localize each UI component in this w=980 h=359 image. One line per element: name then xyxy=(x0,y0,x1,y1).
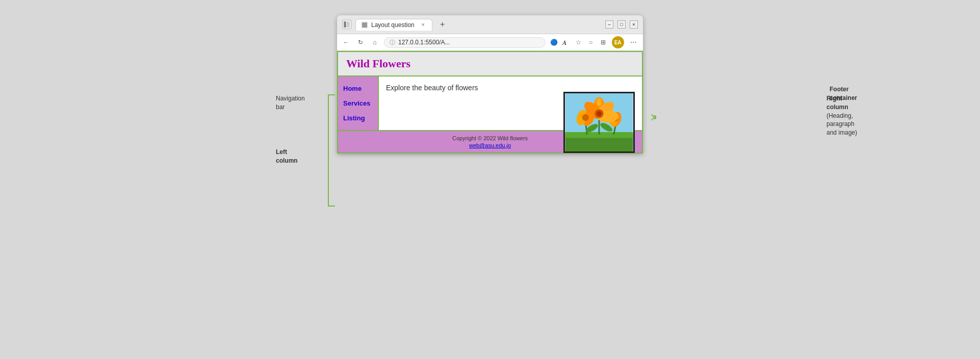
svg-rect-3 xyxy=(362,22,367,28)
profile-button[interactable]: EA xyxy=(612,36,624,48)
collections-icon[interactable]: ○ xyxy=(586,38,596,47)
footer-annotation: Footercontainer xyxy=(830,85,857,102)
svg-rect-1 xyxy=(347,21,350,28)
address-field[interactable]: ⓘ 127.0.0.1:5500/A... xyxy=(384,37,546,48)
nav-services-link[interactable]: Services xyxy=(343,99,373,107)
svg-text:𝐴: 𝐴 xyxy=(562,39,566,46)
pinned-tabs-icon[interactable]: ⊞ xyxy=(599,38,608,47)
website-frame: Wild Flowers Home Services Listing Explo… xyxy=(337,51,643,153)
browser-toolbar-icons: 🔵 𝐴 ☆ ○ ⊞ xyxy=(550,38,608,47)
site-body: Home Services Listing Explore the beauty… xyxy=(338,76,642,130)
svg-point-25 xyxy=(597,111,602,116)
back-button[interactable]: ← xyxy=(341,37,351,47)
favorites-icon[interactable]: ☆ xyxy=(574,38,583,47)
home-button[interactable]: ⌂ xyxy=(370,37,380,47)
tab-close-btn[interactable]: × xyxy=(420,21,427,29)
minimize-btn[interactable]: – xyxy=(605,20,613,29)
new-tab-btn[interactable]: + xyxy=(436,18,449,31)
address-url: 127.0.0.1:5500/A... xyxy=(398,39,540,46)
close-window-btn[interactable]: × xyxy=(630,20,638,29)
site-title: Wild Flowers xyxy=(346,57,634,70)
site-header: Wild Flowers xyxy=(338,52,642,76)
read-aloud-icon[interactable]: 𝐴 xyxy=(562,38,571,47)
flower-image xyxy=(563,92,635,153)
nav-bar-annotation: Navigation bar xyxy=(276,94,305,112)
more-options-btn[interactable]: ··· xyxy=(628,38,639,47)
intro-paragraph: Explore the beauty of flowers xyxy=(386,84,635,92)
footer-copyright: Copyright © 2022 Wild flowers xyxy=(452,135,528,141)
svg-point-16 xyxy=(582,114,589,121)
footer-label: Footercontainer xyxy=(830,86,857,101)
left-column-annotation: Left column xyxy=(276,148,298,165)
sidebar-tab-icon[interactable] xyxy=(342,20,351,29)
site-navigation: Home Services Listing xyxy=(338,76,379,130)
reading-mode-icon[interactable]: 🔵 xyxy=(550,38,559,47)
site-main-content: Explore the beauty of flowers xyxy=(379,76,642,130)
svg-rect-0 xyxy=(344,21,346,28)
svg-point-26 xyxy=(597,98,602,106)
browser-titlebar: Layout question × + – □ × xyxy=(337,15,643,34)
nav-bar-label: Navigation bar xyxy=(276,95,305,111)
left-column-label: Left column xyxy=(276,148,298,164)
browser-window: Layout question × + – □ × xyxy=(337,15,643,153)
browser-tab[interactable]: Layout question × xyxy=(355,19,432,31)
left-bracket xyxy=(328,94,335,207)
refresh-button[interactable]: ↻ xyxy=(355,37,366,47)
maximize-btn[interactable]: □ xyxy=(617,20,626,29)
address-bar: ← ↻ ⌂ ⓘ 127.0.0.1:5500/A... 🔵 xyxy=(337,34,643,51)
right-footer-arrow: ↘ xyxy=(650,111,657,122)
tab-label: Layout question xyxy=(371,21,415,29)
tab-favicon xyxy=(361,21,368,29)
nav-home-link[interactable]: Home xyxy=(343,85,373,92)
nav-listing-link[interactable]: Listing xyxy=(343,114,373,122)
